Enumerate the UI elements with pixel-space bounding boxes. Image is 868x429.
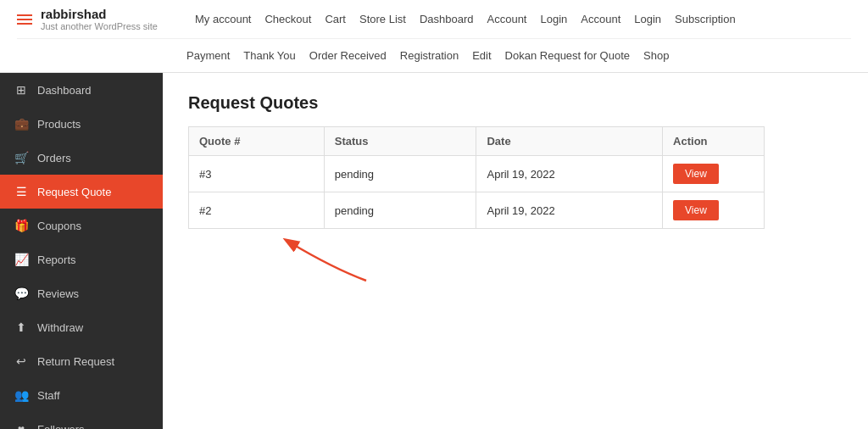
- hamburger-icon[interactable]: [17, 14, 32, 25]
- sidebar: ⊞ Dashboard 💼 Products 🛒 Orders ☰ Reques…: [0, 73, 163, 429]
- table-row: #2 pending April 19, 2022 View: [189, 192, 765, 229]
- sidebar-label-staff: Staff: [37, 389, 60, 402]
- cell-quote-0: #3: [189, 156, 325, 192]
- sidebar-item-reviews[interactable]: 💬 Reviews: [0, 276, 163, 310]
- withdraw-icon: ⬆: [14, 320, 29, 335]
- nav-shop[interactable]: Shop: [643, 46, 669, 65]
- cell-status-0: pending: [324, 156, 476, 192]
- site-brand: rabbirshad Just another WordPress site: [17, 7, 178, 31]
- sidebar-label-products: Products: [37, 118, 81, 131]
- sidebar-label-reviews: Reviews: [37, 287, 79, 300]
- col-header-quote: Quote #: [189, 127, 325, 156]
- brand-tagline: Just another WordPress site: [41, 21, 158, 31]
- nav-checkout[interactable]: Checkout: [264, 9, 311, 29]
- sidebar-item-followers[interactable]: ♥ Followers: [0, 412, 163, 429]
- followers-icon: ♥: [14, 421, 29, 429]
- top-nav-links: My account Checkout Cart Store List Dash…: [195, 9, 736, 29]
- cell-date-1: April 19, 2022: [476, 192, 663, 229]
- staff-icon: 👥: [14, 387, 29, 403]
- main-content: Request Quotes Quote # Status Date Actio…: [163, 73, 868, 429]
- nav-login2[interactable]: Login: [634, 9, 661, 29]
- sidebar-item-request-quote[interactable]: ☰ Request Quote: [0, 175, 163, 209]
- view-button-0[interactable]: View: [673, 164, 719, 184]
- top-nav-row2: Payment Thank You Order Received Registr…: [17, 38, 851, 72]
- products-icon: 💼: [14, 116, 29, 131]
- nav-account2[interactable]: Account: [581, 9, 620, 29]
- nav-cart[interactable]: Cart: [325, 9, 346, 29]
- sidebar-item-withdraw[interactable]: ⬆ Withdraw: [0, 310, 163, 344]
- reports-icon: 📈: [14, 252, 29, 267]
- col-header-action: Action: [663, 127, 765, 156]
- sidebar-label-return-request: Return Request: [37, 355, 114, 368]
- coupons-icon: 🎁: [14, 218, 29, 233]
- col-header-date: Date: [476, 127, 663, 156]
- request-quote-icon: ☰: [14, 184, 29, 199]
- dashboard-icon: ⊞: [14, 82, 29, 98]
- sidebar-item-products[interactable]: 💼 Products: [0, 107, 163, 141]
- arrow-annotation: [281, 234, 383, 287]
- reviews-icon: 💬: [14, 286, 29, 301]
- orders-icon: 🛒: [14, 150, 29, 165]
- sidebar-label-reports: Reports: [37, 254, 76, 266]
- col-header-status: Status: [324, 127, 476, 156]
- nav-account1[interactable]: Account: [487, 9, 527, 29]
- sidebar-item-return-request[interactable]: ↩ Return Request: [0, 344, 163, 378]
- cell-quote-1: #2: [189, 192, 325, 229]
- sidebar-item-staff[interactable]: 👥 Staff: [0, 378, 163, 412]
- sidebar-label-coupons: Coupons: [37, 220, 81, 232]
- view-button-1[interactable]: View: [673, 200, 719, 220]
- table-row: #3 pending April 19, 2022 View: [189, 156, 765, 192]
- brand-name: rabbirshad: [41, 7, 158, 21]
- nav-my-account[interactable]: My account: [195, 9, 251, 29]
- sidebar-label-request-quote: Request Quote: [37, 186, 111, 198]
- sidebar-label-followers: Followers: [37, 423, 85, 430]
- nav-registration[interactable]: Registration: [400, 46, 459, 65]
- nav-edit[interactable]: Edit: [472, 46, 491, 65]
- nav-subscription[interactable]: Subscription: [675, 9, 736, 29]
- sidebar-label-dashboard: Dashboard: [37, 84, 92, 97]
- quote-table: Quote # Status Date Action #3 pending Ap…: [188, 126, 765, 229]
- nav-order-received[interactable]: Order Received: [309, 46, 387, 65]
- cell-date-0: April 19, 2022: [476, 156, 663, 192]
- sidebar-item-dashboard[interactable]: ⊞ Dashboard: [0, 73, 163, 107]
- sidebar-item-coupons[interactable]: 🎁 Coupons: [0, 209, 163, 242]
- sidebar-label-withdraw: Withdraw: [37, 321, 83, 334]
- nav-thank-you[interactable]: Thank You: [243, 46, 295, 65]
- sidebar-item-orders[interactable]: 🛒 Orders: [0, 141, 163, 175]
- cell-action-0: View: [663, 156, 765, 192]
- nav-payment[interactable]: Payment: [186, 46, 230, 65]
- sidebar-item-reports[interactable]: 📈 Reports: [0, 242, 163, 276]
- cell-status-1: pending: [324, 192, 476, 229]
- nav-dokan-request[interactable]: Dokan Request for Quote: [505, 46, 630, 65]
- nav-store-list[interactable]: Store List: [359, 9, 406, 29]
- page-title: Request Quotes: [188, 93, 843, 113]
- cell-action-1: View: [663, 192, 765, 229]
- sidebar-label-orders: Orders: [37, 152, 71, 164]
- nav-dashboard[interactable]: Dashboard: [420, 9, 474, 29]
- nav-login1[interactable]: Login: [540, 9, 567, 29]
- return-request-icon: ↩: [14, 354, 29, 369]
